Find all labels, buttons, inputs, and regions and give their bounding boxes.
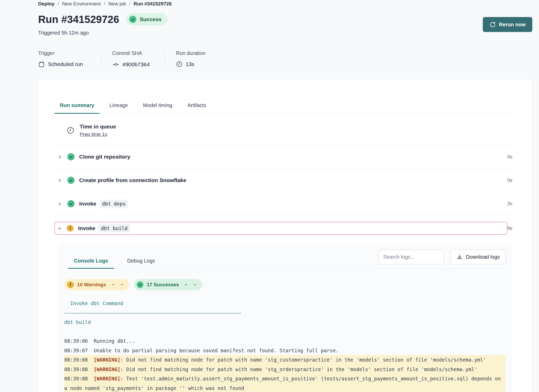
- chevron-right-icon[interactable]: [57, 201, 62, 206]
- step-row-dbt-build: ! Invoke dbt build 9s: [54, 216, 516, 235]
- successes-badge-label: 17 Successes: [147, 282, 179, 288]
- tab-run-summary[interactable]: Run summary: [54, 97, 100, 114]
- time-in-queue-row: Time in queue Prep time 1s: [54, 114, 516, 145]
- warnings-badge[interactable]: ! 10 Warnings: [64, 279, 129, 290]
- rerun-now-button[interactable]: Rerun now: [483, 17, 532, 32]
- step-duration: 9s: [507, 225, 516, 231]
- breadcrumb-separator: /: [104, 1, 105, 7]
- chevron-up-icon[interactable]: [111, 283, 115, 287]
- log-line: 08:39:07 Unable to do partial parsing be…: [64, 346, 506, 355]
- tab-artifacts[interactable]: Artifacts: [182, 97, 211, 114]
- commit-sha-label: Commit SHA: [112, 50, 154, 56]
- step-duration: 0s: [507, 154, 516, 160]
- breadcrumb-new-job[interactable]: New job: [108, 1, 126, 7]
- clock-icon: [176, 61, 183, 68]
- success-check-icon: [129, 16, 136, 23]
- warning-icon: !: [67, 281, 74, 288]
- logs-header: Console Logs Debug Logs Download logs: [64, 250, 506, 269]
- chevron-down-icon[interactable]: [193, 283, 197, 287]
- triggered-timestamp: Triggered 5h 12m ago: [38, 30, 167, 36]
- step-duration: 0s: [507, 177, 516, 183]
- chevron-down-icon[interactable]: [57, 226, 62, 231]
- breadcrumb-separator: /: [58, 1, 59, 7]
- clock-icon: [67, 126, 75, 134]
- chevron-down-icon[interactable]: [120, 283, 124, 287]
- git-commit-icon: [112, 61, 119, 68]
- logs-controls: Download logs: [378, 250, 506, 268]
- breadcrumb-current-run: Run #341529726: [134, 1, 172, 7]
- search-logs-input[interactable]: [378, 250, 444, 264]
- download-logs-button[interactable]: Download logs: [451, 250, 506, 264]
- log-filter-badges: ! 10 Warnings 17 Successes: [64, 279, 506, 290]
- trigger-label: Trigger: [38, 50, 90, 56]
- tab-console-logs[interactable]: Console Logs: [68, 254, 114, 269]
- meta-trigger: Trigger Scheduled run: [38, 50, 90, 68]
- log-line: dbt build: [64, 317, 506, 327]
- breadcrumb-new-environment[interactable]: New Environment: [62, 1, 101, 7]
- step-row-dbt-deps[interactable]: Invoke dbt deps 2s: [54, 192, 516, 216]
- step-warning-icon: !: [67, 225, 74, 232]
- step-success-icon: [67, 200, 75, 207]
- step-row-create-profile[interactable]: Create profile from connection Snowflake…: [54, 169, 516, 192]
- breadcrumb-deploy[interactable]: Deploy: [38, 1, 54, 7]
- meta-run-duration: Run duration 13s: [176, 50, 206, 68]
- log-line: 08:39:08 [WARNING]: Test 'test.admin_mat…: [64, 374, 506, 392]
- page: Deploy / New Environment / New job / Run…: [0, 0, 539, 392]
- log-line: 08:39:06 Running dbt...: [64, 336, 506, 346]
- tab-model-timing[interactable]: Model timing: [138, 97, 178, 114]
- meta-commit-sha: Commit SHA #900b7364: [112, 50, 154, 68]
- divider: [165, 50, 165, 68]
- chevron-right-icon[interactable]: [57, 178, 62, 183]
- breadcrumb-separator: /: [129, 1, 130, 7]
- status-badge: Success: [126, 13, 167, 25]
- successes-badge[interactable]: 17 Successes: [134, 279, 202, 290]
- step-duration: 2s: [507, 201, 516, 207]
- logs-panel: Console Logs Debug Logs Download logs !: [58, 244, 512, 392]
- tab-debug-logs[interactable]: Debug Logs: [121, 254, 161, 269]
- header: Run #341529726 Success Triggered 5h 12m …: [38, 13, 532, 36]
- step-success-icon: [67, 177, 75, 184]
- calendar-icon: [38, 61, 45, 68]
- step-name: Invoke: [79, 201, 96, 207]
- status-badge-label: Success: [140, 16, 161, 22]
- main-tabs: Run summary Lineage Model timing Artifac…: [54, 97, 516, 114]
- step-dbt-build-selected-box[interactable]: ! Invoke dbt build: [54, 222, 507, 235]
- log-line: 08:39:08 [WARNING]: Did not find matchin…: [64, 365, 506, 374]
- time-in-queue-title: Time in queue: [80, 124, 116, 130]
- run-duration-value: 13s: [186, 61, 194, 67]
- warnings-badge-label: 10 Warnings: [77, 282, 106, 288]
- trigger-value: Scheduled run: [48, 61, 83, 67]
- step-row-clone-git[interactable]: Clone git repository 0s: [54, 145, 516, 169]
- step-command-chip: dbt build: [99, 224, 130, 232]
- prep-time-link[interactable]: Prep time 1s: [80, 132, 107, 137]
- success-check-icon: [137, 281, 143, 288]
- divider: [101, 50, 101, 68]
- step-name: Clone git repository: [79, 154, 130, 160]
- log-line: 08:39:08 [WARNING]: Did not find matchin…: [64, 355, 506, 365]
- step-command-chip: dbt deps: [100, 200, 128, 208]
- step-success-icon: [67, 153, 75, 160]
- log-lines: Invoke dbt Command——————————————————————…: [64, 299, 506, 392]
- rerun-refresh-icon: [489, 21, 496, 28]
- tab-lineage[interactable]: Lineage: [104, 97, 133, 114]
- page-title: Run #341529726: [38, 14, 119, 25]
- download-logs-label: Download logs: [466, 254, 500, 260]
- breadcrumb: Deploy / New Environment / New job / Run…: [38, 1, 532, 7]
- chevron-right-icon[interactable]: [57, 154, 62, 159]
- log-tabs: Console Logs Debug Logs: [68, 254, 161, 268]
- log-line: [64, 327, 506, 337]
- chevron-up-icon[interactable]: [184, 283, 188, 287]
- run-summary-card: Run summary Lineage Model timing Artifac…: [38, 79, 532, 392]
- log-line: Invoke dbt Command: [64, 299, 506, 308]
- download-icon: [456, 254, 463, 260]
- commit-sha-value[interactable]: #900b7364: [123, 61, 150, 68]
- log-line: ————————————————————————————————————————…: [64, 308, 506, 318]
- rerun-now-label: Rerun now: [499, 22, 526, 28]
- step-name: Invoke: [78, 225, 95, 231]
- run-meta: Trigger Scheduled run Commit SHA #900b73…: [38, 50, 532, 68]
- run-duration-label: Run duration: [176, 50, 206, 56]
- step-name: Create profile from connection Snowflake: [79, 177, 186, 183]
